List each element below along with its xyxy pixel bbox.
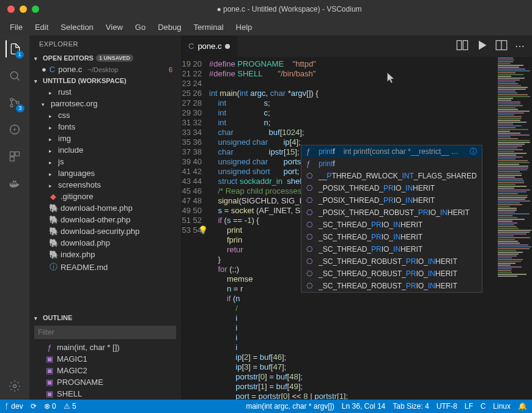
lightbulb-icon[interactable]: 💡 (198, 225, 208, 235)
menu-go[interactable]: Go (130, 20, 150, 34)
unsaved-tag: 1 UNSAVED (96, 54, 133, 62)
folder-img[interactable]: img (29, 133, 181, 144)
split-compare-icon[interactable] (456, 39, 468, 54)
folder-screenshots[interactable]: screenshots (29, 179, 181, 191)
code-area[interactable]: 19 20 21 22 23 24 25 26 27 28 29 30 31 3… (181, 57, 532, 400)
suggest-item[interactable]: ⎔_POSIX_THREAD_PRIO_INHERIT (301, 194, 482, 206)
menubar: FileEditSelectionViewGoDebugTerminalHelp (0, 18, 532, 35)
intellisense-popup[interactable]: ƒprintfint printf(const char *__restrict… (301, 145, 482, 293)
sync-button[interactable]: ⟳ (31, 402, 37, 411)
file--gitignore[interactable]: ◆.gitignore (29, 191, 181, 202)
svg-point-5 (14, 129, 15, 130)
menu-file[interactable]: File (5, 20, 28, 34)
scm-badge: 3 (16, 104, 24, 112)
menu-terminal[interactable]: Terminal (188, 20, 228, 34)
debug-icon[interactable] (6, 121, 23, 138)
run-icon[interactable] (476, 39, 488, 54)
split-editor-icon[interactable] (495, 39, 508, 54)
menu-edit[interactable]: Edit (30, 20, 53, 34)
outline-filter-input[interactable] (34, 326, 176, 339)
suggest-item[interactable]: ⎔_POSIX_THREAD_PRIO_INHERIT (301, 182, 482, 194)
suggest-item[interactable]: ⎔_SC_THREAD_PRIO_INHERIT (301, 231, 482, 243)
status-bar: ᚶ dev ⟳ ⊗ 0 ⚠ 5 main(int argc, char * ar… (0, 400, 532, 413)
folder-rust[interactable]: rust (29, 86, 181, 98)
eol-selector[interactable]: LF (465, 402, 473, 411)
outline-item[interactable]: ▣SHELL (29, 388, 181, 400)
svg-rect-11 (463, 40, 468, 49)
problems-warnings[interactable]: ⚠ 5 (64, 402, 76, 411)
menu-debug[interactable]: Debug (153, 20, 186, 34)
breadcrumb-status[interactable]: main(int argc, char * argv[]) (246, 402, 334, 411)
svg-point-0 (10, 71, 18, 79)
suggest-item[interactable]: ⎔_SC_THREAD_ROBUST_PRIO_INHERIT (301, 268, 482, 280)
file-index-php[interactable]: 🐘index.php (29, 249, 181, 260)
folder-languages[interactable]: languages (29, 167, 181, 179)
minimize-window[interactable] (20, 5, 27, 13)
window-title: ● pone.c - Untitled (Workspace) - VSCodi… (46, 5, 532, 13)
suggest-item[interactable]: ƒprintfint printf(const char *__restrict… (301, 145, 482, 158)
explorer-icon[interactable]: 1 (6, 40, 23, 57)
maximize-window[interactable] (32, 5, 39, 13)
branch-button[interactable]: ᚶ dev (5, 402, 23, 411)
sidebar-title: EXPLORER (29, 35, 181, 53)
file-download-php[interactable]: 🐘download.php (29, 237, 181, 249)
close-window[interactable] (7, 5, 15, 13)
menu-help[interactable]: Help (231, 20, 257, 34)
folder-js[interactable]: js (29, 156, 181, 167)
suggest-item[interactable]: ƒprintf (301, 158, 482, 170)
svg-point-1 (10, 98, 13, 101)
explorer-badge: 1 (15, 51, 24, 59)
outline-item[interactable]: ƒmain(int, char * []) (29, 342, 181, 353)
outline-header[interactable]: OUTLINE (29, 312, 181, 323)
svg-rect-8 (10, 157, 15, 161)
suggest-item[interactable]: ⎔_SC_THREAD_PRIO_INHERIT (301, 219, 482, 231)
suggest-item[interactable]: ⎔_SC_THREAD_ROBUST_PRIO_INHERIT (301, 255, 482, 268)
svg-rect-7 (15, 152, 20, 156)
encoding-selector[interactable]: UTF-8 (437, 402, 457, 411)
workspace-header[interactable]: UNTITLED (WORKSPACE) (29, 75, 181, 86)
folder-include[interactable]: include (29, 144, 181, 156)
language-selector[interactable]: C (481, 402, 486, 411)
file-download-other-php[interactable]: 🐘download-other.php (29, 214, 181, 225)
open-editor-item[interactable]: ● C pone.c ~/Desktop 6 (29, 64, 181, 75)
open-editors-header[interactable]: OPEN EDITORS 1 UNSAVED (29, 53, 181, 64)
notifications-icon[interactable]: 🔔 (518, 402, 527, 411)
file-download-home-php[interactable]: 🐘download-home.php (29, 202, 181, 214)
file-README-md[interactable]: ⓘREADME.md (29, 260, 181, 274)
titlebar: ● pone.c - Untitled (Workspace) - VSCodi… (0, 0, 532, 18)
activity-bar: 1 3 (0, 35, 29, 400)
folder-fonts[interactable]: fonts (29, 121, 181, 133)
sidebar: EXPLORER OPEN EDITORS 1 UNSAVED ● C pone… (29, 35, 181, 400)
outline-item[interactable]: ▣PROGNAME (29, 376, 181, 388)
modified-indicator-icon (225, 44, 230, 49)
more-icon[interactable]: ⋯ (515, 40, 525, 52)
menu-selection[interactable]: Selection (56, 20, 98, 34)
outline-item[interactable]: ▣MAGIC2 (29, 365, 181, 376)
tab-bar: C pone.c ⋯ (181, 35, 532, 57)
source-control-icon[interactable]: 3 (6, 94, 23, 111)
suggest-item[interactable]: ⎔_SC_THREAD_ROBUST_PRIO_INHERIT (301, 280, 482, 292)
indent-selector[interactable]: Tab Size: 4 (393, 402, 429, 411)
folder-css[interactable]: css (29, 109, 181, 121)
c-file-icon: C (188, 42, 194, 51)
minimap[interactable] (495, 57, 532, 400)
c-file-icon: C (50, 65, 55, 74)
editor-tab[interactable]: C pone.c (181, 35, 238, 57)
docker-icon[interactable] (6, 175, 23, 192)
menu-view[interactable]: View (101, 20, 128, 34)
svg-point-2 (10, 104, 13, 107)
svg-rect-6 (10, 152, 15, 156)
outline-item[interactable]: ▣MAGIC1 (29, 353, 181, 365)
suggest-item[interactable]: ⎔_POSIX_THREAD_ROBUST_PRIO_INHERIT (301, 206, 482, 219)
search-icon[interactable] (6, 67, 23, 84)
file-download-security-php[interactable]: 🐘download-security.php (29, 225, 181, 237)
suggest-item[interactable]: ⎔_SC_THREAD_PRIO_INHERIT (301, 243, 482, 255)
cursor-position[interactable]: Ln 36, Col 14 (342, 402, 385, 411)
settings-icon[interactable] (6, 378, 23, 395)
editor: C pone.c ⋯ 19 20 21 22 23 24 25 26 27 28… (181, 35, 532, 400)
problems-errors[interactable]: ⊗ 0 (44, 402, 56, 411)
suggest-item[interactable]: ⎔__PTHREAD_RWLOCK_INT_FLAGS_SHARED (301, 170, 482, 182)
svg-point-3 (17, 101, 19, 104)
extensions-icon[interactable] (6, 148, 23, 165)
folder-parrotsec-org[interactable]: parrotsec.org (29, 98, 181, 109)
